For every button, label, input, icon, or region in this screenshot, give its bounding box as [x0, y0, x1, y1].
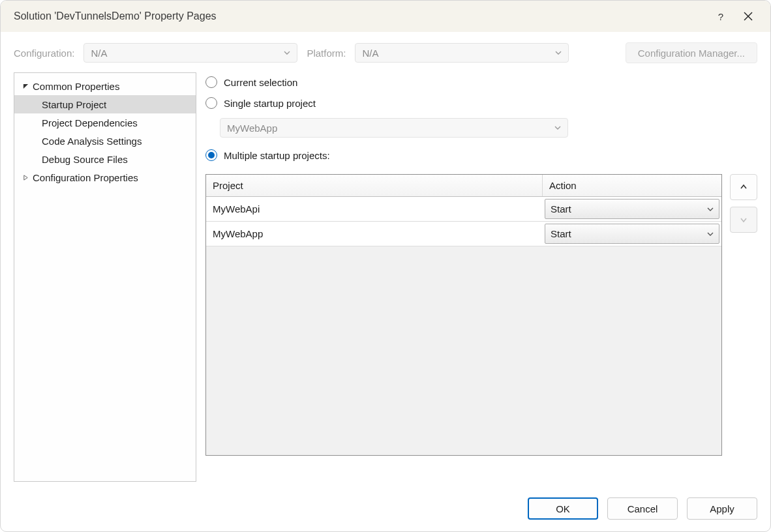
tree-item-common-properties[interactable]: Common Properties	[14, 77, 196, 95]
chevron-down-icon	[284, 50, 290, 56]
platform-value: N/A	[362, 48, 378, 59]
svg-marker-3	[23, 175, 27, 179]
dialog-footer: OK Cancel Apply	[1, 488, 770, 531]
tree-item-startup-project[interactable]: Startup Project	[14, 95, 196, 113]
tree-item-project-dependencies[interactable]: Project Dependencies	[14, 113, 196, 132]
tree-item-debug-source-files[interactable]: Debug Source Files	[14, 150, 196, 168]
arrow-up-icon	[739, 183, 748, 192]
chevron-down-icon	[555, 50, 562, 56]
radio-icon	[205, 149, 217, 161]
platform-dropdown[interactable]: N/A	[355, 43, 569, 63]
column-header-action[interactable]: Action	[543, 175, 721, 196]
project-cell: MyWebApp	[206, 222, 543, 246]
chevron-down-icon	[707, 231, 714, 237]
ok-button[interactable]: OK	[528, 497, 598, 520]
configuration-dropdown[interactable]: N/A	[83, 43, 297, 63]
radio-icon	[205, 76, 217, 88]
configuration-row: Configuration: N/A Platform: N/A Configu…	[1, 32, 770, 70]
move-up-button[interactable]	[730, 174, 757, 200]
radio-icon	[205, 97, 217, 109]
property-pages-dialog: Solution 'DevTunnelsDemo' Property Pages…	[0, 0, 771, 532]
chevron-down-icon	[554, 125, 561, 131]
svg-marker-2	[23, 83, 27, 88]
dialog-body: Common Properties Startup Project Projec…	[1, 70, 770, 488]
configuration-value: N/A	[91, 48, 107, 59]
action-dropdown[interactable]: Start	[545, 224, 719, 244]
close-icon	[744, 12, 753, 21]
action-cell: Start	[543, 197, 721, 221]
collapsed-arrow-icon	[21, 175, 30, 181]
action-cell: Start	[543, 222, 721, 246]
apply-button[interactable]: Apply	[687, 497, 757, 520]
grid-header: Project Action	[206, 175, 721, 197]
tree-item-configuration-properties[interactable]: Configuration Properties	[14, 168, 196, 186]
project-cell: MyWebApi	[206, 197, 543, 221]
action-dropdown[interactable]: Start	[545, 199, 719, 219]
grid-body: MyWebApi Start MyWebApp	[206, 197, 721, 455]
table-row[interactable]: MyWebApi Start	[206, 197, 721, 222]
configuration-label: Configuration:	[14, 48, 74, 59]
window-title: Solution 'DevTunnelsDemo' Property Pages	[14, 10, 217, 22]
radio-current-selection[interactable]: Current selection	[205, 76, 757, 88]
reorder-buttons	[730, 174, 757, 456]
single-startup-dropdown[interactable]: MyWebApp	[220, 118, 568, 138]
column-header-project[interactable]: Project	[206, 175, 543, 196]
expanded-arrow-icon	[21, 83, 30, 89]
move-down-button[interactable]	[730, 207, 757, 233]
table-row[interactable]: MyWebApp Start	[206, 222, 721, 246]
radio-single-startup[interactable]: Single startup project	[205, 97, 757, 109]
startup-projects-grid: Project Action MyWebApi Start	[205, 174, 722, 456]
titlebar: Solution 'DevTunnelsDemo' Property Pages…	[1, 1, 770, 32]
close-button[interactable]	[736, 5, 760, 28]
arrow-down-icon	[739, 215, 748, 224]
tree-item-code-analysis-settings[interactable]: Code Analysis Settings	[14, 132, 196, 150]
radio-multiple-startup[interactable]: Multiple startup projects:	[205, 149, 757, 161]
configuration-manager-button[interactable]: Configuration Manager...	[626, 42, 757, 63]
cancel-button[interactable]: Cancel	[607, 497, 678, 520]
startup-projects-area: Project Action MyWebApi Start	[205, 174, 757, 456]
chevron-down-icon	[707, 206, 714, 213]
platform-label: Platform:	[307, 48, 346, 59]
startup-project-panel: Current selection Single startup project…	[205, 72, 757, 482]
single-startup-value: MyWebApp	[227, 123, 277, 134]
help-button[interactable]: ?	[709, 5, 733, 28]
nav-tree: Common Properties Startup Project Projec…	[14, 72, 196, 482]
